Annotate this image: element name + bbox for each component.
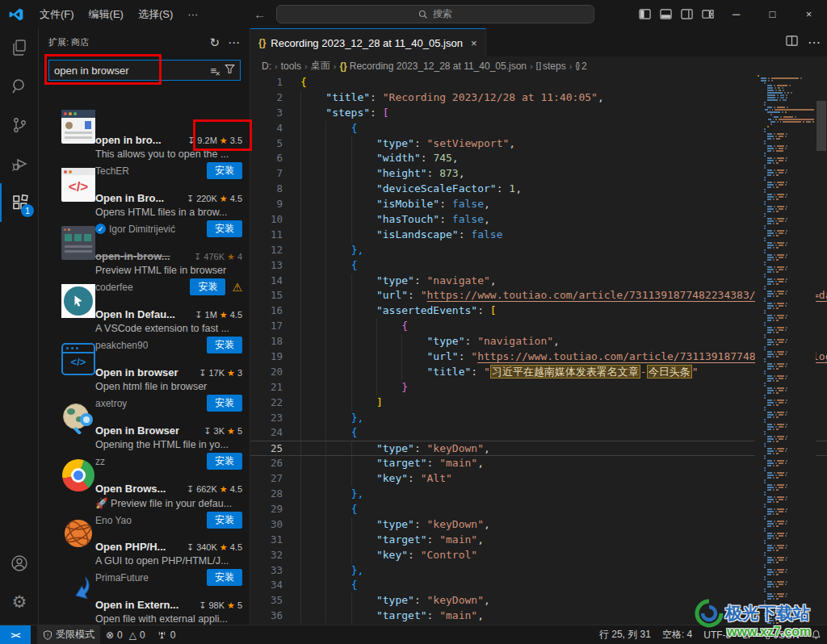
breadcrumb-item[interactable]: [ ]steps [536,61,566,72]
extension-list-item[interactable]: Open PHP/H...↧340K★4.5A GUI to open PHP/… [39,499,250,557]
close-button[interactable]: × [791,0,827,28]
code-line-17[interactable]: 17 { [250,319,827,334]
line-number: 7 [250,166,283,182]
breadcrumb-item[interactable]: {}Recording 2023_12_28 at 11_40_05.json [339,61,527,72]
toggle-sidebar-icon[interactable] [634,4,655,25]
extension-list-item[interactable]: open in bro...↧9.2M★3.5This allows you t… [39,92,250,150]
tab-close-icon[interactable]: × [471,37,477,49]
code-line-21[interactable]: 21 } [250,380,827,395]
menu-F[interactable]: 文件(F) [32,6,82,23]
menu-[interactable]: ··· [180,6,205,23]
extension-list-item[interactable]: Open in Browser↧3K★5Opening the HTML fil… [39,383,250,441]
problems-item[interactable]: ⊗0 △0 [100,625,151,644]
extension-list-item[interactable]: Open HTML in...↧49K★5 [39,615,250,625]
scrollbar-thumb[interactable] [817,101,826,151]
extension-search-input[interactable] [54,65,205,77]
clear-filter-icon[interactable]: ≡✕ [210,65,216,77]
code-line-1[interactable]: 1{ [250,75,827,90]
remote-indicator[interactable]: >< [0,625,31,644]
breadcrumb-item[interactable]: D: [262,61,271,72]
code-area[interactable]: 1{2 "title": "Recording 2023/12/28 at 11… [250,75,827,625]
code-line-24[interactable]: 24 { [250,425,827,441]
code-line-26[interactable]: 26 "target": "main", [250,456,827,471]
code-line-35[interactable]: 35 "type": "keyDown", [250,593,827,608]
code-line-7[interactable]: 7 "height": 873, [250,166,827,182]
settings-gear-icon[interactable]: ⚙ [0,583,39,621]
toggle-panel-icon[interactable] [655,4,676,25]
toggle-secondary-sidebar-icon[interactable] [676,4,697,25]
restricted-mode-item[interactable]: ! 受限模式 [37,625,100,644]
code-line-22[interactable]: 22 ] [250,395,827,411]
extension-list-item[interactable]: open-in-brow...↧476K★4Preview HTML file … [39,208,250,266]
source-control-icon[interactable] [0,106,39,144]
breadcrumb-item[interactable]: tools [281,61,301,72]
code-line-5[interactable]: 5 "type": "setViewport", [250,136,827,152]
split-editor-icon[interactable] [786,35,798,50]
eol-item[interactable]: LF [737,625,759,644]
explorer-icon[interactable] [0,28,39,67]
notifications-bell-icon[interactable] [805,625,827,644]
code-line-19[interactable]: 19 "url": "https://www.toutiao.com/artic… [250,349,827,365]
code-line-14[interactable]: 14 "type": "navigate", [250,274,827,289]
code-line-28[interactable]: 28 }, [250,487,827,502]
search-nav-icon[interactable] [0,67,39,106]
vertical-scrollbar[interactable] [816,75,827,625]
code-line-6[interactable]: 6 "width": 745, [250,151,827,166]
language-mode-item[interactable]: {}JSON [759,625,805,644]
minimap[interactable] [755,75,816,625]
code-line-3[interactable]: 3 "steps": [ [250,106,827,121]
code-line-13[interactable]: 13 { [250,258,827,274]
code-line-11[interactable]: 11 "isLandscape": false [250,228,827,243]
code-line-25[interactable]: 25 "type": "keyDown", [250,441,827,456]
code-line-2[interactable]: 2 "title": "Recording 2023/12/28 at 11:4… [250,90,827,106]
minimize-button[interactable]: ─ [718,0,754,28]
command-center-search[interactable]: 搜索 [276,5,594,23]
code-line-15[interactable]: 15 "url": "https://www.toutiao.com/artic… [250,288,827,303]
code-line-36[interactable]: 36 "target": "main", [250,608,827,624]
code-line-32[interactable]: 32 "key": "Control" [250,548,827,563]
code-line-33[interactable]: 33 }, [250,563,827,579]
ports-item[interactable]: 0 [151,625,182,644]
cursor-position-item[interactable]: 行 25, 列 31 [594,625,657,644]
indentation-item[interactable]: 空格: 4 [657,625,698,644]
code-line-29[interactable]: 29 { [250,502,827,517]
extension-list-item[interactable]: </>Open in browser↧17K★3Open html file i… [39,324,250,383]
back-arrow-icon[interactable]: ← [254,7,266,21]
code-line-23[interactable]: 23 }, [250,411,827,426]
menu-E[interactable]: 编辑(E) [82,6,131,23]
account-icon[interactable] [0,544,39,583]
encoding-item[interactable]: UTF-8 [698,625,737,644]
menu-S[interactable]: 选择(S) [131,6,180,23]
refresh-icon[interactable]: ↻ [209,36,220,50]
code-line-9[interactable]: 9 "isMobile": false, [250,197,827,212]
breadcrumb-item[interactable]: 桌面 [311,59,330,73]
customize-layout-icon[interactable] [697,4,718,25]
browseroutline-extension-icon: </> [61,342,95,376]
tab-recording-json[interactable]: {} Recording 2023_12_28 at 11_40_05.json… [250,28,486,56]
run-debug-icon[interactable] [0,144,39,183]
extension-list-item[interactable]: Open Brows...↧662K★4.5🚀 Preview file in … [39,441,250,499]
breadcrumb-item[interactable]: {}2 [575,61,586,72]
extension-list-item[interactable]: Open In Defau...↧1M★4.5A VSCode extensio… [39,266,250,324]
line-number: 9 [250,197,283,212]
maximize-button[interactable]: □ [754,0,791,28]
extensions-icon[interactable]: 1 [0,183,39,222]
code-line-18[interactable]: 18 "type": "navigation", [250,334,827,349]
code-line-31[interactable]: 31 "target": "main", [250,533,827,548]
code-line-12[interactable]: 12 }, [250,243,827,258]
extension-list-item[interactable]: Open in Extern...↧98K★5Open file with ex… [39,557,250,615]
more-actions-icon[interactable]: ⋯ [228,36,240,50]
code-line-4[interactable]: 4 { [250,121,827,136]
code-line-16[interactable]: 16 "assertedEvents": [ [250,303,827,319]
breadcrumb[interactable]: D:›tools›桌面›{}Recording 2023_12_28 at 11… [250,56,827,75]
code-line-27[interactable]: 27 "key": "Alt" [250,471,827,487]
line-number: 5 [250,136,283,152]
editor-more-actions-icon[interactable]: ⋯ [808,35,821,50]
filter-icon[interactable] [225,64,235,77]
code-line-8[interactable]: 8 "deviceScaleFactor": 1, [250,182,827,197]
extension-list-item[interactable]: </>Open in Bro...↧220K★4.5Opens HTML fil… [39,150,250,208]
code-line-30[interactable]: 30 "type": "keyDown", [250,517,827,533]
code-line-34[interactable]: 34 { [250,578,827,593]
code-line-20[interactable]: 20 "title": "习近平在越南媒体发表署名文章-今日头条" [250,365,827,380]
code-line-10[interactable]: 10 "hasTouch": false, [250,212,827,228]
